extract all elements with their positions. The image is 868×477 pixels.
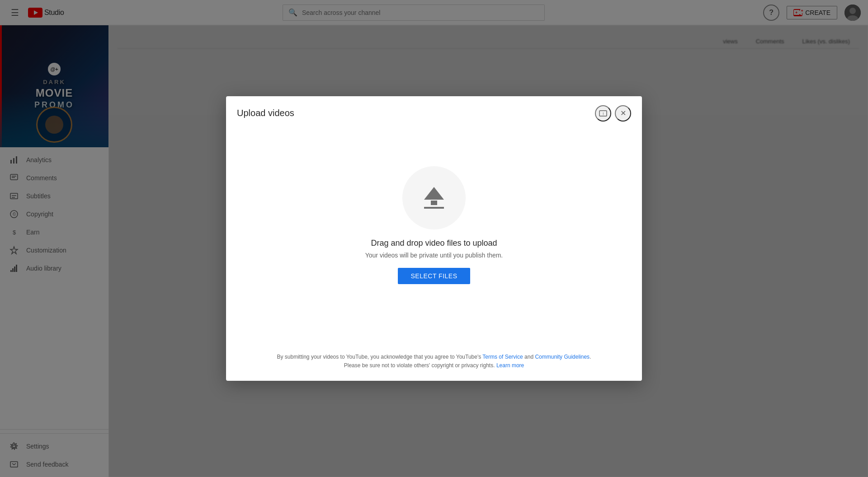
footer-and-text: and	[523, 354, 535, 360]
footer-period: .	[590, 354, 591, 360]
modal-title: Upload videos	[237, 108, 294, 118]
modal-header: Upload videos ! ✕	[226, 96, 642, 129]
footer-pre-text: By submitting your videos to YouTube, yo…	[277, 354, 483, 360]
upload-arrow-icon	[424, 187, 444, 209]
modal-footer: By submitting your videos to YouTube, yo…	[226, 346, 642, 381]
footer-learn-more-link[interactable]: Learn more	[496, 362, 524, 369]
footer-tos-link[interactable]: Terms of Service	[482, 354, 523, 360]
select-files-button[interactable]: SELECT FILES	[398, 268, 470, 284]
modal-header-actions: ! ✕	[595, 105, 631, 122]
arrow-base	[424, 207, 444, 209]
modal-overlay: Upload videos ! ✕	[0, 0, 868, 477]
footer-text2: Please be sure not to violate others' co…	[344, 362, 496, 369]
modal-close-button[interactable]: ✕	[615, 105, 631, 122]
private-note: Your videos will be private until you pu…	[365, 252, 503, 259]
drag-drop-text: Drag and drop video files to upload	[371, 238, 497, 248]
modal-alert-button[interactable]: !	[595, 105, 611, 122]
upload-modal: Upload videos ! ✕	[226, 96, 642, 381]
upload-circle	[402, 166, 466, 229]
arrow-shaft	[431, 201, 437, 205]
upload-drop-area: Drag and drop video files to upload Your…	[365, 166, 503, 284]
alert-icon: !	[599, 109, 608, 118]
close-icon: ✕	[620, 109, 626, 117]
arrow-head	[424, 187, 444, 200]
footer-text: By submitting your videos to YouTube, yo…	[237, 353, 631, 370]
modal-body: Drag and drop video files to upload Your…	[226, 129, 642, 346]
footer-cg-link[interactable]: Community Guidelines	[535, 354, 590, 360]
svg-text:!: !	[603, 112, 604, 116]
